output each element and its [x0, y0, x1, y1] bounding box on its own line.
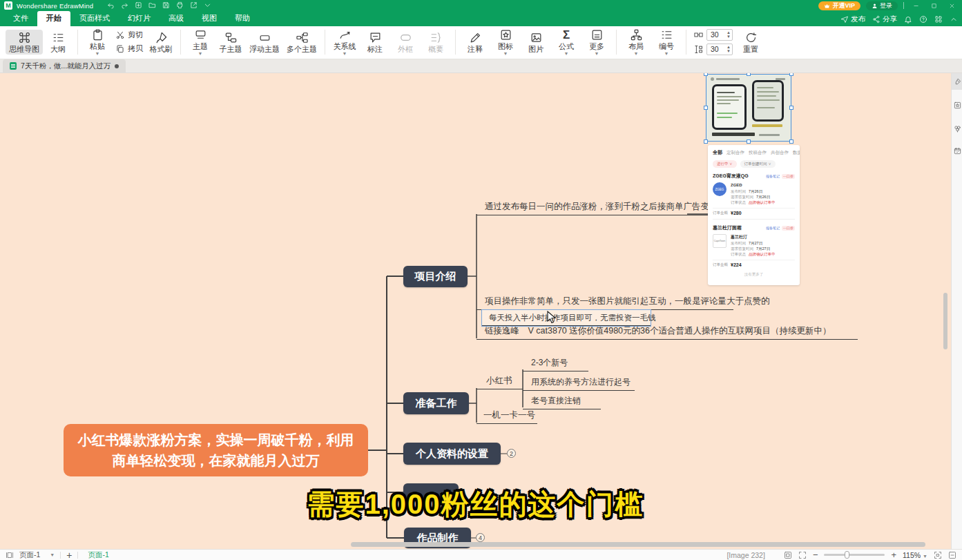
brand-logo: CapeTown	[713, 234, 727, 248]
leaf-topic[interactable]: 用系统的养号方法进行起号	[523, 376, 635, 391]
v-spacing-stepper[interactable]: ▲▼	[727, 44, 731, 55]
mindmap-view-button[interactable]: 思维导图	[6, 30, 43, 55]
document-tab[interactable]: 7天千粉，做...就能月入过万	[3, 59, 126, 73]
branch-node-preparation[interactable]: 准备工作	[403, 392, 469, 414]
grid-icon	[934, 15, 943, 23]
menu-page-style[interactable]: 页面样式	[70, 11, 119, 26]
zoom-level[interactable]: 115% ▼	[903, 551, 927, 559]
v-spacing-input[interactable]: 30 ▲▼	[706, 44, 733, 55]
document-tab-title: 7天千粉，做...就能月入过万	[21, 61, 110, 71]
order-filter-status: 进行中 ∨	[713, 160, 737, 168]
menu-slideshow[interactable]: 幻灯片	[119, 11, 160, 26]
menu-home[interactable]: 开始	[37, 11, 70, 26]
fit-window-icon[interactable]	[784, 551, 792, 559]
branch-node-project-intro[interactable]: 项目介绍	[403, 266, 468, 287]
mindmap-canvas[interactable]: 小红书爆款涨粉方案，实操一周破千粉，利用商单轻松变现，在家就能月入过万 项目介绍…	[0, 73, 951, 549]
redo-button[interactable]	[121, 1, 128, 10]
style-brush-icon	[954, 78, 961, 86]
zoom-slider[interactable]	[824, 554, 885, 556]
publish-button[interactable]: 发布	[840, 15, 865, 24]
page-panel-icon[interactable]	[6, 551, 14, 559]
question-icon	[919, 15, 927, 23]
leaf-topic[interactable]: 2-3个新号	[523, 357, 588, 371]
branch-node-profile-setup[interactable]: 个人资料的设置	[403, 443, 501, 465]
leaf-topic[interactable]: 小红书	[477, 375, 523, 389]
page-select-dropdown[interactable]: 页面-1▼	[19, 550, 55, 560]
maximize-button[interactable]	[927, 1, 940, 10]
zoom-slider-thumb[interactable]	[845, 551, 849, 559]
collapse-badge-2[interactable]: 2	[507, 449, 516, 458]
mindmap-connectors	[0, 73, 951, 549]
h-spacing-stepper[interactable]: ▲▼	[727, 30, 731, 40]
comment-button[interactable]: 注释	[460, 30, 490, 55]
paste-button[interactable]: 粘贴▼	[82, 27, 113, 57]
notifications-button[interactable]	[904, 15, 912, 23]
outline-view-button[interactable]: 大纲	[43, 30, 73, 55]
menu-file[interactable]: 文件	[4, 11, 37, 26]
attached-image-selected[interactable]	[706, 74, 791, 142]
menu-advanced[interactable]: 高级	[160, 11, 193, 26]
clipart-panel-button[interactable]	[952, 120, 962, 137]
login-button[interactable]: 登录	[866, 1, 898, 10]
leaf-topic[interactable]: 链接逸峰 V cat3870 送你价值4980元的36个适合普通人操作的互联网项…	[477, 325, 858, 340]
icon-panel-button[interactable]	[952, 97, 962, 113]
leaf-topic[interactable]: 项目操作非常简单，只发一张图片就能引起互动，一般是评论量大于点赞的	[477, 296, 733, 310]
undo-button[interactable]	[107, 1, 115, 10]
h-spacing-input[interactable]: 30 ▲▼	[706, 29, 733, 41]
task-panel-button[interactable]	[952, 142, 962, 159]
insert-icon-button[interactable]: 图标▼	[490, 27, 521, 57]
new-page-button[interactable]	[135, 1, 142, 10]
zoom-out-button[interactable]: −	[813, 550, 818, 560]
mindmap-icon	[18, 31, 31, 44]
collapse-ribbon-button[interactable]	[950, 15, 958, 23]
copy-button[interactable]: 拷贝	[113, 43, 146, 55]
layout-button[interactable]: 布局▼	[621, 27, 651, 57]
cut-button[interactable]: 剪切	[113, 29, 146, 41]
right-sidebar	[951, 73, 962, 549]
format-painter-button[interactable]: 格式刷	[146, 30, 176, 55]
more-insert-button[interactable]: 更多▼	[581, 27, 612, 57]
customize-toolbar-button[interactable]	[204, 1, 211, 10]
print-button[interactable]	[176, 1, 184, 10]
attached-image-order-list[interactable]: 全部 定制合作 投稿合作 共创合作 数据合作 进行中 ∨ 订单创建时间 ∨ ZG…	[708, 145, 800, 285]
horizontal-scrollbar[interactable]	[351, 542, 925, 547]
leaf-topic[interactable]: 一机一卡一号	[477, 409, 537, 424]
minimize-button[interactable]	[910, 1, 922, 10]
crown-icon	[824, 3, 830, 9]
export-button[interactable]	[190, 1, 198, 10]
bell-icon	[904, 15, 912, 23]
collapse-canvas-icon[interactable]	[948, 551, 956, 559]
share-button[interactable]: 分享	[872, 15, 897, 24]
callout-button[interactable]: 标注	[360, 30, 390, 55]
central-topic-node[interactable]: 小红书爆款涨粉方案，实操一周破千粉，利用商单轻松变现，在家就能月入过万	[64, 424, 368, 476]
fit-screen-icon[interactable]	[934, 551, 942, 559]
leaf-topic-selected[interactable]: 每天投入半小时操作项目即可，无需投资一毛钱	[481, 309, 651, 327]
topic-button[interactable]: 主题▼	[185, 27, 215, 57]
vip-button[interactable]: 开通VIP	[818, 1, 860, 10]
reset-button[interactable]: 重置	[735, 30, 766, 55]
page-tab[interactable]: 页面-1	[84, 550, 113, 560]
order-card: ZGEG育发液QG 报备笔记一口价 ZGEG ZGED 发布时间7月26日 需求…	[713, 173, 795, 215]
numbering-button[interactable]: 编号▼	[651, 27, 682, 57]
collapse-badge-4[interactable]: 4	[476, 533, 485, 542]
save-button[interactable]	[162, 1, 170, 10]
menu-view[interactable]: 视图	[193, 11, 226, 26]
subtopic-button[interactable]: 子主题	[215, 30, 246, 55]
zoom-in-button[interactable]: +	[891, 550, 896, 560]
close-button[interactable]	[945, 1, 958, 10]
leaf-topic[interactable]: 通过发布每日一问的作品涨粉，涨到千粉之后接商单广告变现	[477, 201, 711, 215]
style-panel-button[interactable]	[952, 73, 962, 90]
insert-image-button[interactable]: 图片	[521, 30, 551, 55]
help-button[interactable]	[919, 15, 927, 23]
open-file-button[interactable]	[148, 1, 156, 10]
apps-grid-button[interactable]	[934, 15, 943, 23]
formula-button[interactable]: Σ 公式▼	[551, 27, 581, 57]
multiple-topics-button[interactable]: 多个主题	[283, 30, 320, 55]
vertical-scrollbar[interactable]	[943, 293, 947, 349]
relationship-button[interactable]: 关系线▼	[329, 27, 360, 57]
menu-help[interactable]: 帮助	[226, 11, 259, 26]
leaf-topic[interactable]: 老号直接注销	[523, 395, 601, 409]
floating-topic-button[interactable]: 浮动主题	[246, 30, 283, 55]
fullscreen-icon[interactable]	[798, 551, 807, 559]
add-page-button[interactable]: +	[66, 550, 72, 560]
